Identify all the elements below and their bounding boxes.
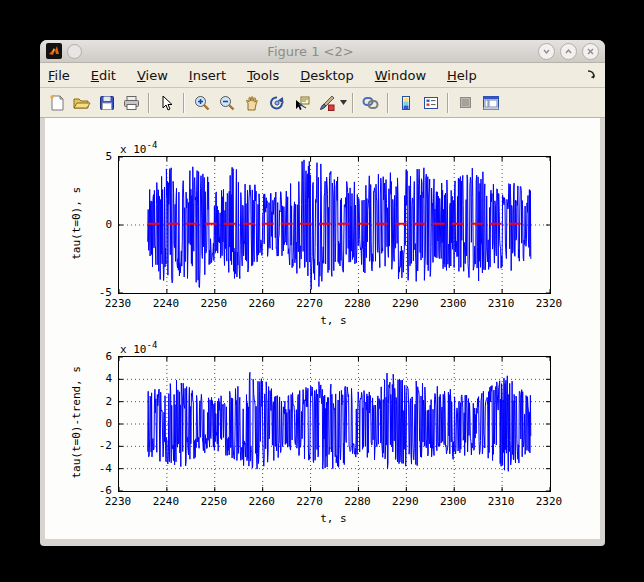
matlab-logo-icon — [46, 43, 62, 59]
chain-link-icon — [361, 94, 380, 112]
rotate-3d-icon — [268, 94, 286, 112]
menu-item-view[interactable]: View — [137, 68, 168, 83]
minimize-button[interactable] — [538, 43, 555, 60]
colorbar-icon — [398, 94, 414, 112]
y-tick-label: 4 — [105, 372, 112, 385]
y-axis-label-2: tau(t=0)-trend, s — [70, 366, 83, 478]
menu-item-tools[interactable]: Tools — [247, 68, 279, 83]
zoom-in-icon — [193, 94, 211, 112]
menu-item-help[interactable]: Help — [447, 68, 477, 83]
hide-plot-tools-icon — [457, 94, 474, 111]
y-tick-label: 2 — [105, 394, 112, 407]
pan-hand-icon — [243, 94, 261, 112]
dock-figure-arrow-icon[interactable] — [586, 68, 597, 83]
edit-plot-button[interactable] — [154, 91, 179, 115]
x-tick-label: 2290 — [392, 495, 419, 508]
x-tick-label: 2320 — [536, 297, 563, 310]
hide-plot-tools-button[interactable] — [453, 91, 478, 115]
x-tick-label: 2240 — [153, 495, 180, 508]
pan-button[interactable] — [239, 91, 264, 115]
menu-item-desktop[interactable]: Desktop — [300, 68, 354, 83]
show-plot-tools-icon — [481, 94, 501, 112]
rotate-3d-button[interactable] — [264, 91, 289, 115]
brush-dropdown-button[interactable] — [339, 91, 348, 115]
x-tick-label: 2270 — [296, 297, 323, 310]
plot-area-2 — [119, 357, 550, 491]
toolbar-separator — [183, 93, 185, 113]
save-figure-button[interactable] — [94, 91, 119, 115]
zoom-out-button[interactable] — [214, 91, 239, 115]
x-tick-label: 2270 — [296, 495, 323, 508]
x-tick-label: 2240 — [153, 297, 180, 310]
figure-toolbar — [40, 88, 605, 118]
floppy-disk-icon — [98, 94, 116, 112]
chevron-down-icon — [542, 47, 551, 56]
plot-area-1 — [119, 157, 550, 293]
y-exponent-label-1: x 10-4 — [120, 140, 157, 156]
data-cursor-icon — [293, 94, 311, 112]
insert-colorbar-button[interactable] — [393, 91, 418, 115]
x-tick-label: 2290 — [392, 297, 419, 310]
y-tick-label: -5 — [99, 286, 112, 299]
show-plot-tools-button[interactable] — [478, 91, 503, 115]
y-tick-label: 6 — [105, 350, 112, 363]
figure-window: Figure 1 <2> FileEditViewInsertToolsDesk… — [40, 40, 605, 546]
close-icon — [586, 47, 595, 56]
legend-icon — [422, 94, 440, 112]
link-plot-button[interactable] — [358, 91, 383, 115]
close-button[interactable] — [582, 43, 599, 60]
brush-button[interactable] — [314, 91, 339, 115]
plot-axes-2[interactable] — [118, 356, 551, 492]
open-file-button[interactable] — [69, 91, 94, 115]
maximize-button[interactable] — [560, 43, 577, 60]
printer-icon — [122, 94, 141, 112]
window-title: Figure 1 <2> — [88, 44, 533, 59]
figure-canvas: 2230224022502260227022802290230023102320… — [45, 118, 600, 539]
y-tick-label: 0 — [105, 417, 112, 430]
data-cursor-button[interactable] — [289, 91, 314, 115]
open-folder-icon — [72, 94, 91, 112]
menu-item-file[interactable]: File — [48, 68, 70, 83]
x-axis-label-2: t, s — [320, 512, 347, 525]
y-tick-label: -6 — [99, 484, 112, 497]
y-exponent-label-2: x 10-4 — [120, 340, 157, 356]
x-tick-label: 2320 — [536, 495, 563, 508]
x-tick-label: 2300 — [440, 495, 467, 508]
y-tick-label: -2 — [99, 439, 112, 452]
y-tick-label: -4 — [99, 461, 112, 474]
y-axis-label-1: tau(t=0), s — [70, 187, 83, 260]
toolbar-separator — [387, 93, 389, 113]
new-figure-button[interactable] — [44, 91, 69, 115]
toolbar-separator — [352, 93, 354, 113]
x-tick-label: 2310 — [488, 495, 515, 508]
x-tick-label: 2230 — [105, 297, 132, 310]
y-tick-label: 5 — [105, 150, 112, 163]
x-tick-label: 2310 — [488, 297, 515, 310]
desktop-background: Figure 1 <2> FileEditViewInsertToolsDesk… — [0, 0, 644, 582]
y-tick-label: 0 — [105, 218, 112, 231]
print-button[interactable] — [119, 91, 144, 115]
x-tick-label: 2260 — [248, 297, 275, 310]
x-tick-label: 2300 — [440, 297, 467, 310]
x-tick-label: 2230 — [105, 495, 132, 508]
chevron-up-icon — [564, 47, 573, 56]
insert-legend-button[interactable] — [418, 91, 443, 115]
toolbar-separator — [148, 93, 150, 113]
x-axis-label-1: t, s — [320, 314, 347, 327]
pointer-arrow-icon — [159, 94, 175, 112]
x-tick-label: 2250 — [201, 495, 228, 508]
x-tick-label: 2260 — [248, 495, 275, 508]
brush-icon — [318, 94, 336, 112]
window-menu-button[interactable] — [67, 44, 82, 59]
zoom-in-button[interactable] — [189, 91, 214, 115]
menu-item-insert[interactable]: Insert — [189, 68, 226, 83]
toolbar-separator — [447, 93, 449, 113]
menubar: FileEditViewInsertToolsDesktopWindowHelp — [40, 63, 605, 88]
plot-axes-1[interactable] — [118, 156, 551, 294]
x-tick-label: 2280 — [344, 297, 371, 310]
zoom-out-icon — [218, 94, 236, 112]
menu-item-edit[interactable]: Edit — [91, 68, 116, 83]
titlebar[interactable]: Figure 1 <2> — [40, 40, 605, 63]
x-tick-label: 2280 — [344, 495, 371, 508]
menu-item-window[interactable]: Window — [375, 68, 426, 83]
